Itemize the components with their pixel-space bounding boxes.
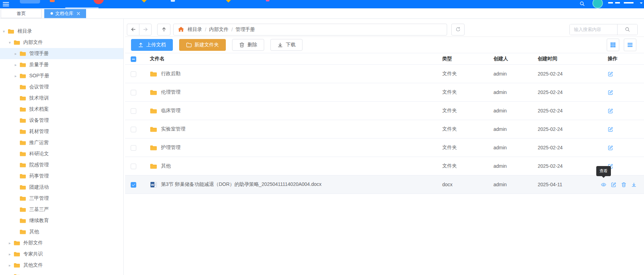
- tree-item[interactable]: ▸ 药事管理: [0, 171, 123, 182]
- edit-action-icon[interactable]: [608, 145, 613, 150]
- new-folder-button[interactable]: 新建文件夹: [179, 39, 226, 51]
- select-all-checkbox[interactable]: [131, 56, 136, 62]
- row-checkbox[interactable]: [131, 90, 136, 95]
- tree-item[interactable]: ▸ 耗材管理: [0, 126, 123, 137]
- table-row[interactable]: W 第3节 卵巢储备功能减退（DOR）的助孕策略_20250411114020A…: [125, 175, 644, 194]
- tree-item[interactable]: ▸ 推广运营: [0, 137, 123, 148]
- tree-item-label: 质量手册: [29, 62, 49, 68]
- up-button[interactable]: [157, 24, 170, 36]
- search-button[interactable]: [617, 24, 637, 35]
- caret-icon[interactable]: ▸: [13, 63, 18, 67]
- file-name[interactable]: 实验室管理: [161, 126, 185, 132]
- user-avatar[interactable]: [592, 0, 603, 8]
- table-row[interactable]: 行政后勤 文件夹 admin 2025-02-24: [125, 65, 644, 83]
- file-name[interactable]: 临床管理: [161, 108, 181, 114]
- tree-item[interactable]: ▸ 院感管理: [0, 159, 123, 171]
- tree-item[interactable]: ▸ 三基三严: [0, 204, 123, 215]
- home-icon[interactable]: [178, 26, 184, 32]
- row-checkbox[interactable]: [131, 145, 136, 151]
- tree-item[interactable]: ▾ 内部文件: [0, 37, 123, 48]
- file-name[interactable]: 伦理管理: [161, 89, 181, 95]
- download-button[interactable]: 下载: [270, 39, 302, 51]
- edit-action-icon[interactable]: [608, 127, 613, 132]
- upload-button[interactable]: 上传文档: [131, 39, 173, 51]
- topbar-menu-icon[interactable]: [171, 0, 175, 2]
- table-row[interactable]: 临床管理 文件夹 admin 2025-02-24: [125, 102, 644, 120]
- tree-item[interactable]: ▸ SOP手册: [0, 70, 123, 81]
- tab-home[interactable]: 首页: [1, 9, 42, 18]
- edit-action-icon[interactable]: [608, 71, 613, 77]
- row-checkbox[interactable]: [131, 127, 136, 132]
- breadcrumb-item[interactable]: 内部文件: [209, 26, 229, 33]
- edit-action-icon[interactable]: [611, 182, 616, 187]
- tree-item[interactable]: ▸ 其他文件: [0, 260, 123, 271]
- close-icon[interactable]: [77, 12, 80, 15]
- tree-item[interactable]: ▸ 其他: [0, 226, 123, 237]
- list-view-button[interactable]: [624, 39, 636, 51]
- tree-item[interactable]: ▸ 外部文件: [0, 237, 123, 249]
- breadcrumb-item[interactable]: 管理手册: [236, 26, 255, 33]
- tree-item[interactable]: ▸ 团建活动: [0, 182, 123, 193]
- tree-item[interactable]: ▾ 根目录: [0, 26, 123, 37]
- tab-document-warehouse[interactable]: 文档仓库: [44, 9, 86, 18]
- row-checkbox[interactable]: [131, 182, 136, 188]
- hamburger-icon[interactable]: [3, 2, 9, 7]
- topbar-menu-icon[interactable]: [141, 0, 147, 2]
- tree-item[interactable]: ▸ 质量手册: [0, 59, 123, 70]
- back-button[interactable]: [127, 24, 139, 36]
- breadcrumb-item[interactable]: 根目录: [187, 26, 202, 33]
- row-checkbox[interactable]: [131, 108, 136, 114]
- delete-button[interactable]: 删除: [232, 39, 264, 51]
- topbar-menu-icon[interactable]: [226, 0, 231, 2]
- tree-item-label: 技术培训: [29, 95, 49, 101]
- file-name[interactable]: 第3节 卵巢储备功能减退（DOR）的助孕策略_20250411114020A00…: [161, 181, 322, 188]
- refresh-button[interactable]: [451, 24, 465, 36]
- download-action-icon[interactable]: [631, 182, 637, 187]
- nav-pill[interactable]: [20, 0, 40, 3]
- file-creator: admin: [493, 126, 538, 132]
- topbar-app-icon[interactable]: [50, 0, 55, 2]
- tree-item[interactable]: ▸ 专家共识: [0, 249, 123, 260]
- file-type: 文件夹: [442, 126, 493, 132]
- search-group: [569, 24, 638, 35]
- topbar-menu-icon[interactable]: [266, 0, 269, 1]
- delete-action-icon[interactable]: [621, 182, 627, 187]
- caret-icon[interactable]: ▸: [13, 74, 18, 78]
- grid-view-button[interactable]: [607, 39, 619, 51]
- search-icon[interactable]: [580, 1, 585, 6]
- tree-item[interactable]: ▸ 管理手册: [0, 48, 123, 59]
- file-type: 文件夹: [442, 108, 493, 114]
- caret-icon[interactable]: ▸: [7, 263, 13, 268]
- table-row[interactable]: 实验室管理 文件夹 admin 2025-02-24: [125, 120, 644, 139]
- tree-item[interactable]: ▸ 会议管理: [0, 81, 123, 93]
- file-type: 文件夹: [442, 71, 493, 77]
- caret-icon[interactable]: ▾: [1, 29, 7, 34]
- table-row[interactable]: 伦理管理 文件夹 admin 2025-02-24: [125, 83, 644, 102]
- tree-item[interactable]: ▸ 技术档案: [0, 104, 123, 115]
- tree-item-label: 推广运营: [29, 140, 49, 146]
- caret-icon[interactable]: ▾: [7, 40, 13, 45]
- caret-icon[interactable]: ▸: [13, 52, 18, 56]
- tree-item[interactable]: ▸: [0, 271, 123, 275]
- file-name[interactable]: 其他: [161, 163, 171, 169]
- file-name[interactable]: 护理管理: [161, 144, 181, 151]
- caret-icon[interactable]: ▸: [7, 252, 13, 257]
- edit-action-icon[interactable]: [608, 90, 613, 95]
- search-input[interactable]: [570, 24, 617, 35]
- table-row[interactable]: 护理管理 文件夹 admin 2025-02-24: [125, 139, 644, 157]
- view-action-icon[interactable]: [601, 182, 606, 187]
- chevron-down-icon[interactable]: [640, 2, 643, 5]
- tree-item[interactable]: ▸ 继续教育: [0, 215, 123, 226]
- tree-item[interactable]: ▸ 技术培训: [0, 93, 123, 104]
- caret-icon[interactable]: ▸: [7, 241, 13, 245]
- edit-action-icon[interactable]: [608, 108, 613, 113]
- forward-button[interactable]: [139, 24, 152, 36]
- tree-item[interactable]: ▸ 科研论文: [0, 148, 123, 159]
- tree-item[interactable]: ▸ 设备管理: [0, 115, 123, 126]
- table-row[interactable]: 其他 文件夹 admin 2025-02-24: [125, 157, 644, 175]
- toolbar: 上传文档新建文件夹删除下载: [125, 37, 644, 53]
- tree-item[interactable]: ▸ 三甲管理: [0, 193, 123, 204]
- row-checkbox[interactable]: [131, 71, 136, 77]
- file-name[interactable]: 行政后勤: [161, 71, 181, 77]
- row-checkbox[interactable]: [131, 164, 136, 169]
